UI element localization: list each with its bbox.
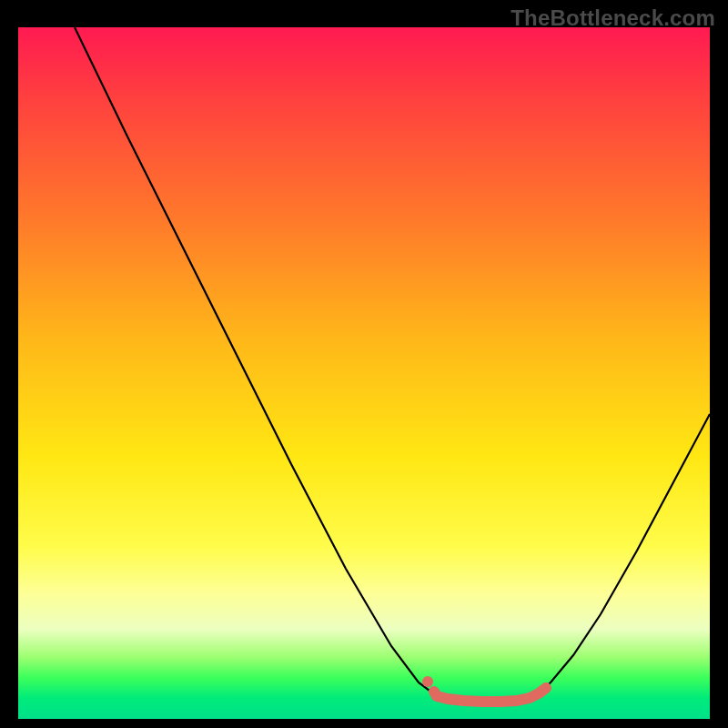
highlight-dot [422,676,433,687]
plot-area [18,27,710,719]
highlight-ridge [434,688,546,702]
curve-layer [18,27,710,719]
chart-container: TheBottleneck.com [0,0,728,728]
bottleneck-curve [75,27,710,702]
